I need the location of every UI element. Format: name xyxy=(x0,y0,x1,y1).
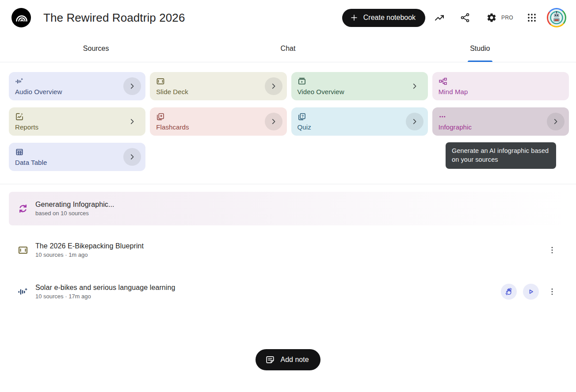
sync-progress-icon xyxy=(18,203,28,214)
tab-chat-label: Chat xyxy=(281,45,296,53)
tool-card-audio-overview[interactable]: Audio Overview xyxy=(9,72,145,100)
chevron-right-icon[interactable] xyxy=(406,113,423,130)
artifact-meta: 10 sources · 17m ago xyxy=(35,293,175,300)
create-notebook-button[interactable]: Create notebook xyxy=(342,9,425,27)
plus-icon xyxy=(350,14,358,22)
svg-text:?: ? xyxy=(301,114,304,118)
gear-icon xyxy=(486,12,497,23)
tool-card-reports[interactable]: Reports xyxy=(9,107,145,136)
create-notebook-label: Create notebook xyxy=(363,14,416,22)
chevron-right-icon[interactable] xyxy=(265,113,282,130)
chevron-right-icon[interactable] xyxy=(123,113,141,130)
tool-label: Flashcards xyxy=(156,123,280,131)
artifact-text: Generating Infographic... based on 10 so… xyxy=(35,201,114,217)
slideshow-icon xyxy=(18,245,28,255)
tool-label: Slide Deck xyxy=(156,88,280,95)
chevron-right-icon[interactable] xyxy=(406,77,423,95)
tool-card-slide-deck[interactable]: Slide Deck xyxy=(150,72,286,100)
report-chart-sparkle-icon xyxy=(15,112,24,121)
tab-underline xyxy=(468,61,492,62)
header: The Rewired Roadtrip 2026 Create noteboo… xyxy=(0,0,576,35)
mind-map-icon xyxy=(439,77,447,86)
data-table-icon xyxy=(15,148,24,156)
tab-sources-label: Sources xyxy=(83,45,109,53)
quiz-cards-icon: ? xyxy=(298,112,306,121)
pro-badge: PRO xyxy=(501,15,513,21)
apps-grid-icon xyxy=(526,12,537,23)
avatar-image xyxy=(548,9,565,26)
analytics-button[interactable] xyxy=(431,9,448,27)
tab-studio-label: Studio xyxy=(470,45,490,53)
share-icon xyxy=(460,12,470,23)
section-divider xyxy=(0,184,576,184)
tool-card-infographic[interactable]: Infographic xyxy=(432,107,569,136)
tool-label: Mind Map xyxy=(439,88,563,95)
artifact-row-audio-overview[interactable]: Solar e-bikes and serious language learn… xyxy=(9,275,567,308)
tool-card-video-overview[interactable]: Video Overview xyxy=(291,72,428,100)
tool-label: Infographic xyxy=(439,123,563,131)
tool-card-quiz[interactable]: ? Quiz xyxy=(291,107,428,136)
panel-tabs: Sources Chat Studio xyxy=(0,35,576,62)
chevron-right-icon[interactable] xyxy=(123,77,141,95)
infographic-tooltip: Generate an AI infographic based on your… xyxy=(446,142,556,169)
chevron-right-icon[interactable] xyxy=(123,148,141,166)
flashcards-star-icon xyxy=(156,112,165,121)
more-options-button[interactable] xyxy=(543,241,561,259)
artifacts-list: Generating Infographic... based on 10 so… xyxy=(0,192,576,308)
notebooklm-logo[interactable] xyxy=(11,8,31,27)
chevron-right-icon[interactable] xyxy=(265,77,282,95)
tool-card-data-table[interactable]: Data Table xyxy=(9,143,145,171)
note-icon xyxy=(265,355,275,365)
artifact-row-generating-infographic[interactable]: Generating Infographic... based on 10 so… xyxy=(9,192,567,225)
tab-sources[interactable]: Sources xyxy=(0,35,192,62)
artifact-meta: 10 sources · 1m ago xyxy=(35,251,144,258)
tool-label: Video Overview xyxy=(298,88,422,95)
tab-chat[interactable]: Chat xyxy=(192,35,384,62)
settings-button[interactable] xyxy=(483,9,500,27)
share-button[interactable] xyxy=(456,9,474,27)
artifact-row-slide-deck[interactable]: The 2026 E-Bikepacking Blueprint 10 sour… xyxy=(9,233,567,267)
google-apps-button[interactable] xyxy=(523,9,541,27)
tool-card-mind-map[interactable]: Mind Map xyxy=(432,72,569,100)
artifact-text: The 2026 E-Bikepacking Blueprint 10 sour… xyxy=(35,242,144,258)
avatar[interactable] xyxy=(547,8,566,27)
kebab-menu-icon xyxy=(548,246,557,255)
tool-label: Data Table xyxy=(15,159,139,166)
video-overview-icon xyxy=(298,77,306,86)
trending-up-icon xyxy=(434,12,445,23)
interactive-mode-button[interactable] xyxy=(501,284,517,300)
tool-card-flashcards[interactable]: Flashcards xyxy=(150,107,286,136)
audio-waveform-sparkle-icon xyxy=(15,77,24,86)
tab-studio[interactable]: Studio xyxy=(384,35,576,62)
more-options-button[interactable] xyxy=(543,283,561,301)
play-audio-button[interactable] xyxy=(523,284,539,300)
kebab-menu-icon xyxy=(548,287,557,296)
artifact-meta: based on 10 sources xyxy=(35,210,114,217)
add-note-container: Add note xyxy=(0,349,576,370)
notebook-title[interactable]: The Rewired Roadtrip 2026 xyxy=(43,11,185,25)
hand-wave-icon xyxy=(504,287,513,296)
artifact-text: Solar e-bikes and serious language learn… xyxy=(35,284,175,300)
artifact-title: Solar e-bikes and serious language learn… xyxy=(35,284,175,292)
tool-label: Reports xyxy=(15,123,139,131)
tool-label: Audio Overview xyxy=(15,88,139,95)
add-note-button[interactable]: Add note xyxy=(256,349,320,370)
ellipsis-loading-icon xyxy=(439,112,447,121)
audio-waveform-sparkle-icon xyxy=(18,286,28,297)
add-note-label: Add note xyxy=(280,356,309,364)
chevron-right-icon[interactable] xyxy=(547,113,565,130)
play-icon xyxy=(526,287,535,296)
artifact-title: The 2026 E-Bikepacking Blueprint xyxy=(35,242,144,250)
artifact-title: Generating Infographic... xyxy=(35,201,114,209)
slideshow-icon xyxy=(156,77,165,86)
tool-label: Quiz xyxy=(298,123,422,131)
